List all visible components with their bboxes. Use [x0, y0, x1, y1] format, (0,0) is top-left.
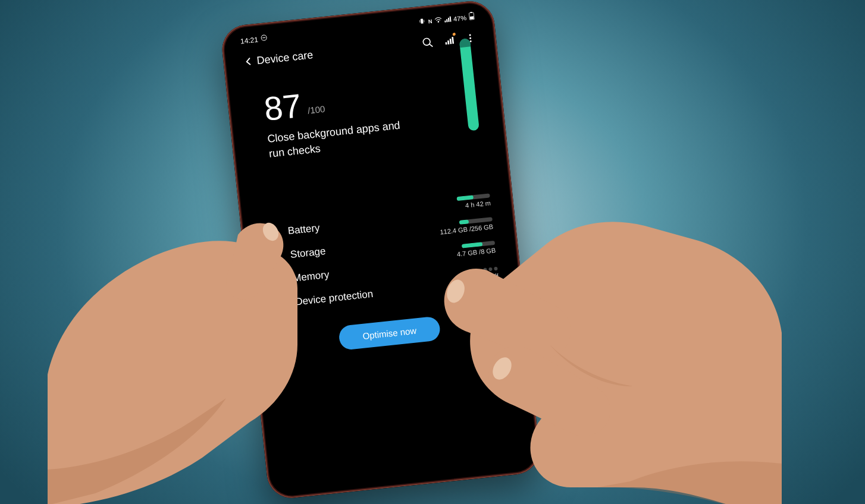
- optimise-now-button[interactable]: Optimise now: [338, 316, 441, 351]
- phone-frame: 14:21 N 47%: [220, 0, 541, 500]
- svg-point-11: [469, 34, 471, 36]
- signal-icon: [444, 17, 452, 23]
- score-max: /100: [307, 104, 326, 122]
- wifi-icon: [434, 16, 442, 25]
- svg-rect-14: [269, 229, 276, 238]
- svg-rect-8: [470, 16, 474, 19]
- dnd-icon: [260, 34, 268, 43]
- nfc-icon: N: [428, 18, 432, 24]
- shield-icon: [271, 298, 289, 310]
- memory-row-icon: [269, 275, 287, 286]
- battery-row-icon: [264, 227, 281, 240]
- battery-icon: [468, 11, 475, 22]
- notification-dot-icon: [453, 33, 456, 36]
- status-time: 14:21: [240, 35, 258, 45]
- phone-screen: 14:21 N 47%: [228, 6, 532, 492]
- search-button[interactable]: [418, 33, 438, 52]
- svg-line-10: [430, 44, 432, 47]
- svg-rect-2: [421, 18, 424, 23]
- svg-point-12: [469, 37, 471, 39]
- svg-line-1: [262, 37, 265, 38]
- data-usage-button[interactable]: [439, 31, 459, 51]
- device-protection-value: Off: [488, 272, 499, 282]
- back-button[interactable]: [239, 52, 258, 71]
- svg-rect-15: [271, 228, 273, 229]
- vibrate-icon: [418, 17, 427, 27]
- svg-rect-7: [470, 12, 472, 13]
- scene-background: 14:21 N 47%: [0, 0, 865, 504]
- svg-point-5: [438, 21, 439, 22]
- storage-row-icon: [267, 251, 284, 263]
- score-value: 87: [262, 89, 303, 126]
- status-battery-pct: 47%: [453, 14, 466, 22]
- svg-rect-18: [276, 279, 278, 282]
- protection-indicator: [483, 267, 497, 272]
